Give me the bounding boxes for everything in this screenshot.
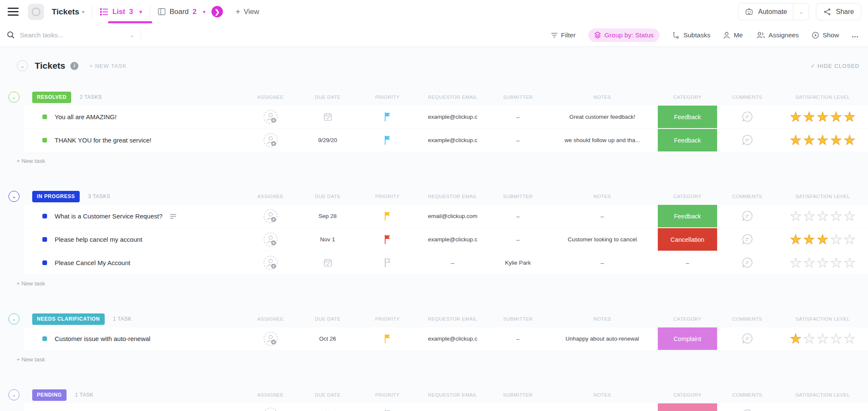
priority-cell[interactable] [359,205,416,227]
task-row[interactable]: Please Cancel My Account –Kylie Park–– ★… [24,252,868,274]
column-header-comments[interactable]: COMMENTS [717,95,777,100]
satisfaction-cell[interactable]: ★★★★★ [777,228,868,251]
priority-cell[interactable] [359,252,416,274]
satisfaction-cell[interactable]: ★★★★★ [777,327,868,350]
column-header-category[interactable]: CATEGORY [658,95,717,100]
requestor-email-cell[interactable]: example@clickup.c [416,327,489,350]
star-icon[interactable]: ★ [790,210,802,223]
column-header-priority[interactable]: PRIORITY [359,95,416,100]
due-date-cell[interactable]: Sep 28 [297,205,359,227]
automate-dropdown[interactable]: ⌄ [793,3,809,20]
column-header-priority[interactable]: PRIORITY [359,316,416,322]
submitter-cell[interactable]: – [489,228,547,251]
category-cell[interactable]: Feedback [658,106,717,128]
section-collapse-icon[interactable]: ⌄ [17,60,28,71]
star-icon[interactable]: ★ [803,233,815,246]
status-square-icon[interactable] [42,115,47,119]
show-button[interactable]: Show [812,31,839,39]
task-title[interactable]: Please help cancel my account [55,236,142,243]
column-header-satisfaction-level[interactable]: SATISFACTION LEVEL [777,95,868,100]
search-input[interactable] [20,31,127,39]
star-icon[interactable]: ★ [844,134,856,147]
submitter-cell[interactable]: – [489,106,547,128]
category-cell[interactable]: Complaint [658,327,717,350]
description-icon[interactable] [170,214,176,219]
star-icon[interactable]: ★ [803,134,815,147]
hamburger-menu-icon[interactable] [8,6,19,18]
assignee-cell[interactable] [244,129,297,151]
new-task-button[interactable]: + New task [0,351,868,369]
category-badge[interactable]: Cancellation [658,228,717,251]
star-icon[interactable]: ★ [790,256,802,269]
section-new-task-button[interactable]: + NEW TASK [89,63,127,69]
column-header-satisfaction-level[interactable]: SATISFACTION LEVEL [777,392,868,397]
satisfaction-stars[interactable]: ★★★★★ [790,332,856,345]
task-title[interactable]: You all are AMAZING! [55,113,117,120]
column-header-submitter[interactable]: SUBMITTER [489,194,547,199]
column-header-requestor-email[interactable]: REQUESTOR EMAIL [416,194,489,199]
star-icon[interactable]: ★ [803,110,815,123]
requestor-email-cell[interactable] [416,403,489,411]
star-icon[interactable]: ★ [844,110,856,123]
notes-cell[interactable]: Customer looking to cancel [547,228,658,251]
task-title[interactable]: Please Cancel My Account [55,259,130,266]
status-square-icon[interactable] [42,237,47,242]
category-cell[interactable]: Cancellation [658,228,717,251]
assignee-cell[interactable] [244,327,297,350]
satisfaction-stars[interactable]: ★★★★★ [790,256,856,269]
star-icon[interactable]: ★ [844,210,856,223]
requestor-email-cell[interactable]: email@clickup.com [416,205,489,227]
submitter-cell[interactable]: – [489,327,547,350]
notes-cell[interactable]: – [547,205,658,227]
priority-cell[interactable] [359,106,416,128]
column-header-notes[interactable]: NOTES [547,392,658,397]
due-date-cell[interactable] [297,106,359,128]
priority-cell[interactable] [359,327,416,350]
comments-cell[interactable] [717,106,777,128]
task-title[interactable]: Customer issue with auto-renewal [55,335,150,342]
filter-button[interactable]: Filter [551,31,576,39]
column-header-requestor-email[interactable]: REQUESTOR EMAIL [416,95,489,100]
status-square-icon[interactable] [42,260,47,265]
notes-cell[interactable]: Great customer feedback! [547,106,658,128]
column-header-category[interactable]: CATEGORY [658,194,717,199]
column-header-comments[interactable]: COMMENTS [717,392,777,397]
column-header-requestor-email[interactable]: REQUESTOR EMAIL [416,392,489,397]
column-header-requestor-email[interactable]: REQUESTOR EMAIL [416,316,489,322]
new-task-button[interactable]: + New task [0,152,868,171]
task-row[interactable]: You all are AMAZING! example@clickup.c–G… [24,106,868,128]
group-collapse-icon[interactable]: ⌄ [8,92,19,103]
submitter-cell[interactable]: – [489,129,547,151]
satisfaction-cell[interactable] [777,403,868,411]
column-header-due-date[interactable]: DUE DATE [297,95,359,100]
assignee-cell[interactable] [244,252,297,274]
task-row[interactable]: THANK YOU for the great service! 9/29/20… [24,129,868,151]
star-icon[interactable]: ★ [817,332,829,345]
priority-cell[interactable] [359,403,416,411]
due-date-cell[interactable] [297,403,359,411]
star-icon[interactable]: ★ [844,256,856,269]
star-icon[interactable]: ★ [790,233,802,246]
category-cell[interactable]: – [658,252,717,274]
column-header-submitter[interactable]: SUBMITTER [489,316,547,322]
add-view-button[interactable]: + View [236,7,259,17]
requestor-email-cell[interactable]: example@clickup.c [416,106,489,128]
group-by-button[interactable]: Group by: Status [588,28,659,42]
comments-cell[interactable] [717,327,777,350]
category-badge[interactable]: Complaint [658,327,717,350]
requestor-email-cell[interactable]: example@clickup.c [416,129,489,151]
column-header-category[interactable]: CATEGORY [658,316,717,322]
star-icon[interactable]: ★ [817,233,829,246]
me-filter-button[interactable]: Me [723,31,743,39]
chevron-down-icon[interactable]: ▾ [82,9,84,15]
notes-cell[interactable] [547,403,658,411]
due-date-cell[interactable]: Oct 26 [297,327,359,350]
star-icon[interactable]: ★ [830,210,842,223]
next-views-arrow-icon[interactable]: ❯ [211,6,223,17]
notes-cell[interactable]: we should follow up and tha... [547,129,658,151]
notes-cell[interactable]: – [547,252,658,274]
info-icon[interactable]: i [70,62,78,70]
hide-closed-button[interactable]: ✓ HIDE CLOSED [810,63,860,69]
group-collapse-icon[interactable]: ⌄ [8,191,19,202]
satisfaction-stars[interactable]: ★★★★★ [790,210,856,223]
